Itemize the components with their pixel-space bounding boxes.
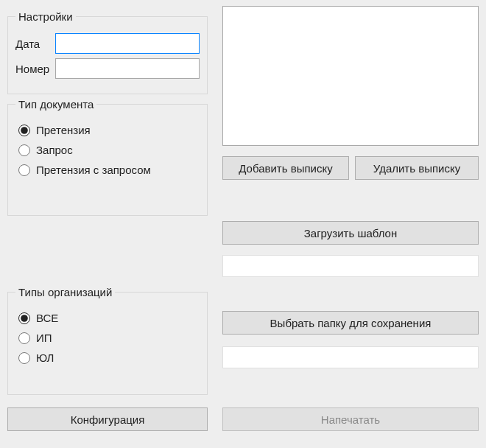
- folder-path-display: [222, 346, 479, 368]
- extract-listbox[interactable]: [222, 6, 479, 146]
- doc-type-group: Тип документа Претензия Запрос Претензия…: [7, 98, 208, 216]
- doc-type-label: Претензия с запросом: [36, 164, 151, 176]
- doc-type-option[interactable]: Запрос: [15, 144, 200, 156]
- org-type-radio-ip[interactable]: [18, 332, 30, 344]
- org-type-label: ЮЛ: [36, 351, 54, 364]
- print-button[interactable]: Напечатать: [222, 407, 479, 431]
- doc-type-label: Запрос: [36, 144, 73, 156]
- add-extract-button[interactable]: Добавить выписку: [222, 156, 349, 180]
- main-window: Настройки Дата Номер Тип документа Прете…: [0, 0, 486, 448]
- doc-type-radio-claim[interactable]: [18, 125, 30, 136]
- doc-type-label: Претензия: [36, 124, 91, 136]
- doc-type-radio-request[interactable]: [18, 144, 30, 156]
- org-type-label: ИП: [36, 332, 52, 344]
- template-path-display: [222, 255, 479, 277]
- number-input[interactable]: [55, 58, 200, 79]
- org-type-legend: Типы организаций: [15, 286, 115, 298]
- doc-type-option[interactable]: Претензия: [15, 124, 200, 136]
- settings-legend: Настройки: [15, 10, 76, 23]
- doc-type-option[interactable]: Претензия с запросом: [15, 164, 200, 176]
- org-type-option[interactable]: ЮЛ: [15, 351, 200, 364]
- settings-group: Настройки Дата Номер: [7, 10, 208, 94]
- org-type-label: ВСЕ: [36, 312, 58, 324]
- choose-folder-button[interactable]: Выбрать папку для сохранения: [222, 311, 479, 335]
- org-type-option[interactable]: ИП: [15, 332, 200, 344]
- doc-type-legend: Тип документа: [15, 98, 96, 111]
- number-label: Номер: [15, 63, 55, 75]
- load-template-button[interactable]: Загрузить шаблон: [222, 221, 479, 245]
- delete-extract-button[interactable]: Удалить выписку: [355, 156, 479, 180]
- org-type-radio-ul[interactable]: [18, 352, 30, 364]
- org-type-radio-all[interactable]: [18, 312, 30, 324]
- doc-type-radio-claim-request[interactable]: [18, 164, 30, 176]
- date-label: Дата: [15, 38, 55, 50]
- configuration-button[interactable]: Конфигурация: [7, 407, 208, 431]
- date-input[interactable]: [55, 33, 200, 54]
- org-type-group: Типы организаций ВСЕ ИП ЮЛ: [7, 286, 208, 395]
- org-type-option[interactable]: ВСЕ: [15, 312, 200, 324]
